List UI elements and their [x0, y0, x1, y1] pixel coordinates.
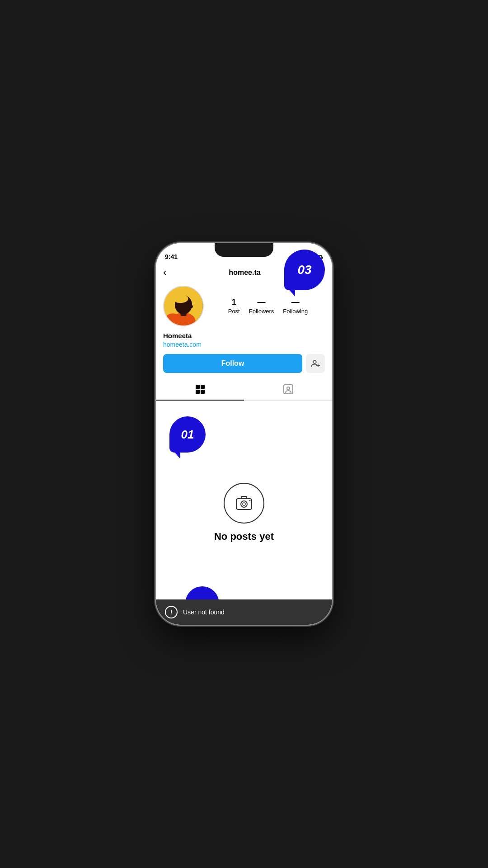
follow-button[interactable]: Follow: [163, 354, 302, 373]
grid-icon: [195, 384, 206, 395]
svg-point-15: [166, 313, 179, 322]
no-posts-text: No posts yet: [214, 531, 274, 542]
status-time: 9:41: [165, 253, 178, 260]
posts-count: 1: [232, 297, 236, 307]
svg-point-28: [249, 500, 251, 501]
svg-point-12: [188, 305, 193, 308]
phone-frame: 9:41: [156, 243, 332, 625]
avatar-image: [164, 287, 203, 326]
svg-point-30: [171, 613, 172, 614]
add-friend-button[interactable]: [306, 354, 325, 373]
svg-point-27: [243, 503, 245, 505]
camera-circle: [224, 483, 264, 524]
tag-person-icon: [283, 384, 294, 395]
svg-rect-5: [322, 257, 323, 259]
avatar-container: [163, 286, 204, 326]
profile-info: Homeeta homeeta.com: [163, 332, 325, 349]
profile-link[interactable]: homeeta.com: [163, 341, 202, 348]
notification-text: User not found: [183, 609, 225, 616]
bubble-01: 01: [169, 416, 206, 453]
action-buttons: Follow: [163, 354, 325, 373]
svg-point-16: [313, 360, 316, 363]
profile-section: 1 Post — Followers — Following Homeeta: [156, 282, 332, 378]
followers-label: Followers: [249, 308, 274, 315]
svg-rect-20: [201, 385, 205, 389]
tab-grid[interactable]: [156, 378, 244, 400]
content-area: 01 No posts yet 02: [156, 401, 332, 625]
tab-tagged[interactable]: [244, 378, 332, 400]
posts-stat[interactable]: 1 Post: [228, 297, 240, 315]
notch: [215, 243, 273, 257]
notification-bar: User not found: [156, 599, 332, 625]
following-count: —: [291, 297, 300, 307]
following-label: Following: [283, 308, 308, 315]
avatar: [163, 286, 204, 326]
profile-top: 1 Post — Followers — Following: [163, 286, 325, 326]
svg-point-24: [287, 387, 290, 390]
svg-point-26: [241, 501, 247, 507]
back-button[interactable]: ‹: [163, 267, 177, 278]
bubble-03: 03: [284, 250, 325, 290]
posts-label: Post: [228, 308, 240, 315]
no-posts-container: No posts yet: [214, 483, 274, 542]
followers-stat[interactable]: — Followers: [249, 297, 274, 315]
add-person-icon: [311, 359, 320, 368]
exclamation-icon: [168, 609, 174, 615]
camera-icon: [235, 494, 253, 513]
profile-name: Homeeta: [163, 332, 325, 340]
svg-rect-14: [175, 295, 184, 301]
following-stat[interactable]: — Following: [283, 297, 308, 315]
svg-rect-22: [201, 390, 205, 394]
page-title: homee.ta: [229, 269, 260, 277]
svg-rect-19: [196, 385, 200, 389]
phone-screen: 9:41: [156, 243, 332, 625]
tabs: [156, 378, 332, 401]
followers-count: —: [258, 297, 266, 307]
header-wrapper: ‹ homee.ta ••• 03: [156, 263, 332, 282]
alert-icon: [165, 606, 178, 618]
svg-rect-21: [196, 390, 200, 394]
profile-stats: 1 Post — Followers — Following: [211, 297, 325, 315]
